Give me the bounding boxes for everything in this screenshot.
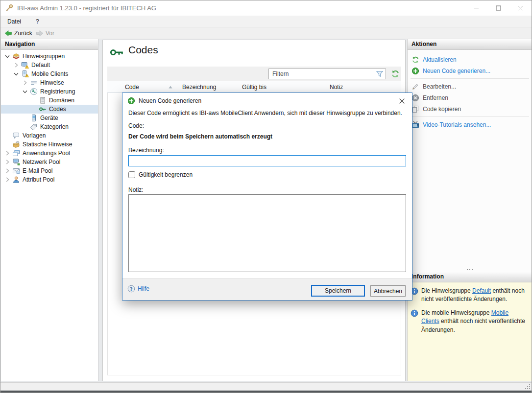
chevron-right-icon[interactable] bbox=[13, 61, 20, 69]
information-header: Information bbox=[408, 272, 532, 282]
nav-item-label: Registrierung bbox=[39, 88, 75, 95]
nav-item-hinweise[interactable]: Hinweise bbox=[1, 78, 98, 87]
action-neuen-code-generieren[interactable]: Neuen Code generieren... bbox=[408, 65, 532, 76]
bezeichnung-label: Bezeichnung: bbox=[128, 147, 164, 154]
navigation-toolbar: Zurück Vor bbox=[0, 27, 532, 39]
dialog-footer: ? Hilfe Speichern Abbrechen bbox=[122, 278, 412, 300]
action-code-kopieren[interactable]: Code kopieren bbox=[408, 103, 532, 115]
nav-item-label: Mobile Clients bbox=[30, 70, 68, 77]
chevron-down-icon[interactable] bbox=[22, 88, 28, 95]
menu-help[interactable]: ? bbox=[33, 16, 42, 27]
nav-item-vorlagen[interactable]: Vorlagen bbox=[1, 131, 98, 140]
dialog-close-icon[interactable] bbox=[395, 95, 408, 106]
refresh-icon bbox=[411, 56, 419, 64]
maximize-button[interactable] bbox=[487, 0, 509, 16]
nav-item-mobile-clients[interactable]: Mobile Clients bbox=[1, 69, 98, 78]
key-icon bbox=[110, 48, 124, 57]
nav-item-label: Kategorien bbox=[39, 123, 69, 130]
titlebar: IBI-aws Admin 1.23.0 - registriert für I… bbox=[0, 0, 532, 16]
nav-item-label: Default bbox=[30, 62, 50, 69]
gueltigkeit-checkbox[interactable] bbox=[128, 171, 135, 178]
column-header-code[interactable]: Code bbox=[123, 81, 180, 92]
nav-item-domaenen[interactable]: Domänen bbox=[1, 96, 98, 105]
notiz-textarea[interactable] bbox=[128, 194, 406, 272]
expander-placeholder bbox=[22, 123, 28, 131]
panel-splitter-handle[interactable] bbox=[408, 267, 532, 272]
help-label: Hilfe bbox=[138, 285, 149, 292]
nav-item-geraete[interactable]: Geräte bbox=[1, 114, 98, 122]
nav-item-netzwerk-pool[interactable]: Netzwerk Pool bbox=[1, 158, 98, 166]
actions-list: AktualisierenNeuen Code generieren...Bea… bbox=[408, 50, 532, 130]
expander-placeholder bbox=[30, 105, 37, 113]
code-value: Der Code wird beim Speichern automatisch… bbox=[128, 133, 272, 140]
add-icon bbox=[411, 67, 419, 75]
user-icon bbox=[12, 176, 20, 184]
expander-placeholder bbox=[4, 140, 11, 148]
action-entfernen[interactable]: Entfernen bbox=[408, 92, 532, 103]
info-link[interactable]: Default bbox=[472, 287, 491, 294]
action-video-tutorials[interactable]: Video-Tutorials ansehen... bbox=[408, 119, 532, 130]
filter-field bbox=[268, 69, 386, 79]
chevron-right-icon[interactable] bbox=[4, 158, 11, 166]
back-button[interactable]: Zurück bbox=[2, 27, 34, 39]
cancel-button[interactable]: Abbrechen bbox=[370, 285, 406, 297]
notiz-label: Notiz: bbox=[128, 186, 144, 193]
nav-item-attribut-pool[interactable]: Attribut Pool bbox=[1, 175, 98, 184]
back-label: Zurück bbox=[14, 30, 32, 37]
resize-grip[interactable] bbox=[524, 383, 531, 390]
nav-item-label: Domänen bbox=[48, 97, 74, 104]
nav-item-label: Geräte bbox=[39, 115, 58, 121]
action-label: Code kopieren bbox=[423, 106, 461, 113]
app-icon bbox=[5, 4, 13, 12]
column-header-gueltig-bis[interactable]: Gültig bis bbox=[240, 81, 328, 92]
bezeichnung-input[interactable] bbox=[128, 155, 406, 166]
menu-datei[interactable]: Datei bbox=[4, 16, 24, 27]
key-icon bbox=[39, 105, 47, 113]
column-label: Gültig bis bbox=[242, 84, 266, 91]
device-icon bbox=[30, 114, 38, 122]
nav-item-label: Netzwerk Pool bbox=[22, 159, 60, 165]
nav-item-registrierung[interactable]: Registrierung bbox=[1, 87, 98, 96]
remove-icon bbox=[411, 94, 419, 102]
nav-item-kategorien[interactable]: Kategorien bbox=[1, 122, 98, 131]
windows-icon bbox=[12, 149, 20, 157]
copy-icon bbox=[411, 105, 419, 113]
nav-item-email-pool[interactable]: E-Mail Pool bbox=[1, 166, 98, 175]
expander-placeholder bbox=[30, 96, 37, 104]
nav-item-hinweisgruppen[interactable]: Hinweisgruppen bbox=[1, 52, 98, 61]
help-link[interactable]: ? Hilfe bbox=[127, 285, 149, 293]
column-header-selector[interactable] bbox=[107, 81, 123, 92]
table-header: CodeBezeichnungGültig bisNotiz bbox=[107, 81, 401, 93]
nav-item-codes[interactable]: Codes bbox=[1, 105, 98, 114]
chevron-right-icon[interactable] bbox=[22, 79, 28, 87]
add-icon bbox=[127, 97, 135, 105]
forward-button[interactable]: Vor bbox=[34, 27, 56, 39]
chevron-right-icon[interactable] bbox=[4, 149, 11, 157]
chevron-down-icon[interactable] bbox=[4, 52, 11, 60]
info-item: Die mobile Hinweisgruppe Mobile Clients … bbox=[411, 309, 529, 334]
column-header-notiz[interactable]: Notiz bbox=[328, 81, 401, 92]
action-aktualisieren[interactable]: Aktualisieren bbox=[408, 54, 532, 65]
column-header-bezeichnung[interactable]: Bezeichnung bbox=[180, 81, 240, 92]
refresh-icon[interactable] bbox=[391, 69, 400, 78]
nav-item-anwendungs-pool[interactable]: Anwendungs Pool bbox=[1, 149, 98, 158]
nav-item-default[interactable]: Default bbox=[1, 61, 98, 69]
gueltigkeit-row: Gültigkeit begrenzen bbox=[128, 170, 193, 179]
dialog-description: Dieser Code ermöglicht es IBI-aws Mobile… bbox=[128, 110, 405, 116]
app-window: IBI-aws Admin 1.23.0 - registriert für I… bbox=[0, 0, 532, 393]
chevron-right-icon[interactable] bbox=[4, 176, 11, 184]
network-icon bbox=[12, 158, 20, 166]
chevron-down-icon[interactable] bbox=[13, 70, 20, 78]
nav-item-label: Hinweise bbox=[39, 79, 64, 86]
save-button[interactable]: Speichern bbox=[311, 285, 365, 297]
minimize-button[interactable] bbox=[465, 0, 487, 16]
action-bearbeiten[interactable]: Bearbeiten... bbox=[408, 81, 532, 92]
close-button[interactable] bbox=[509, 0, 532, 16]
nav-item-statische-hinweise[interactable]: Statische Hinweise bbox=[1, 140, 98, 149]
filter-input[interactable] bbox=[269, 70, 375, 77]
expander-placeholder bbox=[22, 114, 28, 122]
nav-item-label: Statische Hinweise bbox=[22, 141, 72, 148]
navigation-header: Navigation bbox=[1, 39, 98, 50]
chevron-right-icon[interactable] bbox=[4, 167, 11, 175]
domain-icon bbox=[39, 96, 47, 104]
